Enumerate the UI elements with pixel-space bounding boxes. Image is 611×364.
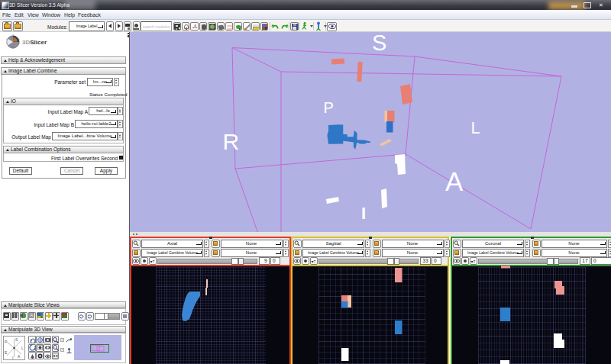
svg-text:P: P bbox=[324, 99, 334, 116]
svg-text:-: - bbox=[54, 346, 56, 350]
svg-text:A: A bbox=[18, 354, 21, 359]
svg-text:S: S bbox=[372, 32, 386, 55]
svg-text:L: L bbox=[471, 118, 480, 137]
svg-text:I: I bbox=[12, 356, 13, 360]
svg-text:A: A bbox=[445, 166, 464, 196]
svg-text:I: I bbox=[361, 204, 366, 223]
svg-text:S: S bbox=[15, 337, 18, 342]
svg-text:R: R bbox=[223, 129, 240, 154]
svg-text:L: L bbox=[21, 346, 24, 350]
svg-text:E: E bbox=[5, 350, 8, 355]
